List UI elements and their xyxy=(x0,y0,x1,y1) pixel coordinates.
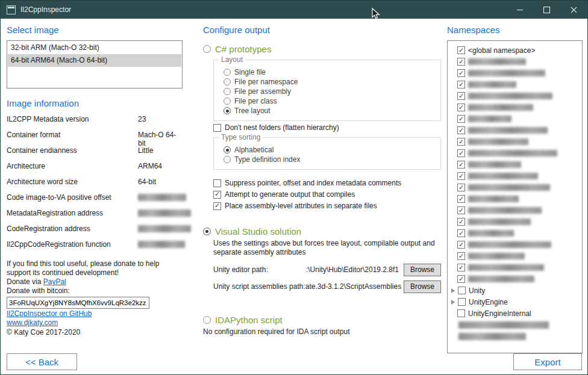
checkbox-icon[interactable] xyxy=(213,202,221,210)
namespace-row[interactable] xyxy=(450,239,580,250)
checkbox-icon[interactable] xyxy=(457,46,465,54)
checkbox-icon[interactable] xyxy=(457,264,465,271)
checkbox-icon[interactable] xyxy=(457,69,465,77)
radio-option[interactable]: Alphabetical xyxy=(224,145,434,155)
vs-solution-radio[interactable]: Visual Studio solution xyxy=(203,225,441,237)
namespace-row[interactable] xyxy=(450,56,580,67)
minimize-button[interactable] xyxy=(506,1,533,19)
namespace-row[interactable] xyxy=(450,102,580,113)
namespace-row[interactable] xyxy=(450,136,580,147)
checkbox-icon[interactable] xyxy=(457,195,465,203)
vs-description: Uses the settings above but forces tree … xyxy=(213,239,437,257)
namespace-row[interactable] xyxy=(450,67,580,79)
checkbox-icon[interactable] xyxy=(457,252,465,260)
browse-button[interactable]: Browse xyxy=(404,280,441,293)
namespace-row[interactable] xyxy=(450,216,580,228)
checkbox-icon[interactable] xyxy=(457,218,465,226)
checkbox-icon[interactable] xyxy=(457,126,465,134)
browse-button[interactable]: Browse xyxy=(404,264,441,276)
checkbox-icon[interactable] xyxy=(458,298,466,306)
namespace-row[interactable] xyxy=(450,250,580,262)
namespace-row[interactable] xyxy=(450,228,580,239)
radio-option[interactable]: File per assembly xyxy=(224,87,434,96)
checkbox-row[interactable]: Suppress pointer, offset and index metad… xyxy=(213,178,441,188)
radio-option[interactable]: Type definition index xyxy=(224,155,434,164)
namespace-row[interactable]: Unity xyxy=(450,285,580,296)
radio-icon[interactable] xyxy=(224,146,231,153)
namespace-row[interactable] xyxy=(450,193,580,205)
radio-option[interactable]: Single file xyxy=(224,67,434,77)
namespace-row[interactable] xyxy=(450,330,580,342)
export-button[interactable]: Export xyxy=(513,353,582,370)
namespace-row[interactable] xyxy=(450,159,580,170)
radio-icon[interactable] xyxy=(224,98,231,105)
checkbox-icon[interactable] xyxy=(457,92,465,100)
namespace-row[interactable] xyxy=(450,113,580,125)
paypal-link[interactable]: PayPal xyxy=(43,277,66,286)
checkbox-icon[interactable] xyxy=(457,149,465,157)
checkbox-icon[interactable] xyxy=(457,275,465,283)
checkbox-icon[interactable] xyxy=(457,115,465,123)
radio-icon[interactable] xyxy=(203,316,211,324)
image-list-item[interactable]: 32-bit ARM (Mach-O 32-bit) xyxy=(8,42,181,54)
namespace-row[interactable] xyxy=(450,262,580,273)
flatten-checkbox-row[interactable]: Don't nest folders (flatten hierarchy) xyxy=(213,123,441,132)
csharp-prototypes-radio[interactable]: C# prototypes xyxy=(203,43,441,55)
radio-icon[interactable] xyxy=(224,88,231,95)
radio-icon[interactable] xyxy=(203,228,211,235)
radio-option[interactable]: Tree layout xyxy=(224,106,434,116)
namespace-row[interactable] xyxy=(450,273,580,285)
checkbox-icon[interactable] xyxy=(457,81,465,88)
checkbox-icon[interactable] xyxy=(213,179,221,187)
namespace-row[interactable] xyxy=(450,182,580,193)
checkbox-icon[interactable] xyxy=(213,191,221,199)
image-info-heading: Image information xyxy=(7,98,183,109)
bitcoin-address-input[interactable] xyxy=(7,297,149,309)
namespace-row[interactable] xyxy=(450,125,580,136)
checkbox-icon[interactable] xyxy=(457,161,465,169)
ida-script-radio[interactable]: IDAPython script xyxy=(203,314,441,326)
checkbox-icon[interactable] xyxy=(213,124,221,132)
website-link[interactable]: www.djkaty.com xyxy=(7,318,183,327)
checkbox-icon[interactable] xyxy=(458,287,466,294)
back-button[interactable]: << Back xyxy=(7,353,77,370)
checkbox-icon[interactable] xyxy=(457,241,465,249)
expander-icon[interactable] xyxy=(451,288,455,293)
namespace-row[interactable]: <global namespace> xyxy=(450,45,580,56)
checkbox-icon[interactable] xyxy=(457,309,465,317)
namespace-row[interactable] xyxy=(450,147,580,159)
namespace-list[interactable]: <global namespace>UnityUnityEngineUnityE… xyxy=(447,40,583,353)
image-list-item[interactable]: 64-bit ARM64 (Mach-O 64-bit) xyxy=(8,54,181,67)
namespace-row[interactable] xyxy=(450,90,580,102)
namespace-row[interactable] xyxy=(450,319,580,330)
checkbox-icon[interactable] xyxy=(457,138,465,146)
expander-icon[interactable] xyxy=(451,300,455,305)
namespace-row[interactable] xyxy=(450,79,580,90)
radio-option[interactable]: File per class xyxy=(224,96,434,106)
namespace-row[interactable] xyxy=(450,170,580,182)
redacted-namespace xyxy=(468,93,552,99)
radio-icon[interactable] xyxy=(203,45,211,53)
github-link[interactable]: Il2CppInspector on GitHub xyxy=(7,309,183,318)
checkbox-icon[interactable] xyxy=(457,206,465,214)
checkbox-icon[interactable] xyxy=(457,104,465,111)
namespace-row[interactable] xyxy=(450,205,580,216)
donate-paypal-prefix: Donate via xyxy=(7,277,43,286)
checkbox-icon[interactable] xyxy=(457,229,465,237)
checkbox-row[interactable]: Attempt to generate output that compiles xyxy=(213,190,441,199)
radio-icon[interactable] xyxy=(224,69,231,76)
radio-icon[interactable] xyxy=(224,78,231,85)
radio-icon[interactable] xyxy=(224,107,231,114)
close-button[interactable] xyxy=(560,1,587,19)
checkbox-row[interactable]: Place assembly-level attributes in separ… xyxy=(213,201,441,211)
titlebar[interactable]: Il2CppInspector xyxy=(1,1,587,19)
radio-option[interactable]: File per namespace xyxy=(224,77,434,87)
image-list[interactable]: 32-bit ARM (Mach-O 32-bit)64-bit ARM64 (… xyxy=(7,40,183,88)
namespace-row[interactable]: UnityEngineInternal xyxy=(450,308,580,319)
checkbox-icon[interactable] xyxy=(457,172,465,180)
radio-icon[interactable] xyxy=(224,156,231,163)
checkbox-icon[interactable] xyxy=(457,58,465,66)
maximize-button[interactable] xyxy=(533,1,560,19)
namespace-row[interactable]: UnityEngine xyxy=(450,296,580,308)
checkbox-icon[interactable] xyxy=(457,184,465,191)
